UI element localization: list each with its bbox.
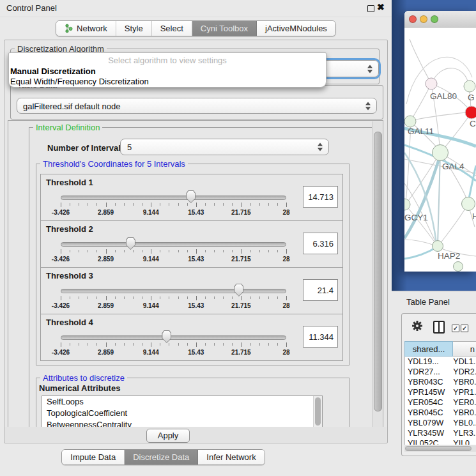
gear-icon[interactable] bbox=[411, 320, 423, 332]
tab-discretize-data[interactable]: Discretize Data bbox=[125, 450, 198, 464]
slider-handle[interactable] bbox=[162, 330, 171, 343]
network-node[interactable] bbox=[462, 197, 475, 211]
network-node-label: GAL11 bbox=[408, 127, 434, 136]
settings-scroll-area: Interval Definition Number of Intervals … bbox=[8, 120, 383, 428]
table-row[interactable]: YIL052CYIL0... bbox=[405, 438, 476, 445]
table-cell[interactable]: YBL079W bbox=[405, 418, 453, 428]
check-glyph: ✓ bbox=[453, 325, 458, 332]
table-cell[interactable]: YBR0... bbox=[453, 408, 476, 418]
table-cell[interactable]: YIL052C bbox=[405, 438, 453, 445]
tick-label: 2.859 bbox=[98, 302, 114, 309]
table-row[interactable]: YER054CYER0... bbox=[405, 397, 476, 408]
numerical-attributes-list[interactable]: SelfLoopsTopologicalCoefficientBetweenne… bbox=[42, 395, 323, 428]
table-cell[interactable]: YBR045C bbox=[405, 408, 453, 418]
slider-track[interactable] bbox=[61, 289, 286, 293]
column-header-name[interactable]: n bbox=[453, 341, 476, 357]
table-header: shared... n bbox=[404, 341, 476, 357]
apply-button[interactable]: Apply bbox=[146, 429, 190, 443]
tick-label: 9.144 bbox=[143, 302, 159, 309]
attribute-list-item[interactable]: SelfLoops bbox=[42, 396, 322, 408]
network-node[interactable] bbox=[433, 145, 449, 161]
network-node[interactable] bbox=[433, 241, 443, 252]
table-cell[interactable]: YLR3... bbox=[453, 428, 476, 438]
tab-impute-data[interactable]: Impute Data bbox=[62, 450, 125, 464]
table-row[interactable]: YLR345WYLR3... bbox=[405, 428, 476, 438]
tick-mark bbox=[286, 296, 287, 300]
threshold-value-field[interactable]: 14.713 bbox=[303, 186, 338, 208]
close-traffic-icon[interactable] bbox=[409, 15, 417, 23]
table-cell[interactable]: YLR345W bbox=[405, 428, 453, 438]
table-cell[interactable]: YDR27... bbox=[405, 367, 453, 377]
slider-handle[interactable] bbox=[126, 237, 135, 250]
table-row[interactable]: YBR043CYBR0... bbox=[405, 377, 476, 387]
slider-ticks bbox=[61, 203, 286, 208]
tab-style[interactable]: Style bbox=[116, 21, 152, 36]
table-cell[interactable]: YDR2... bbox=[453, 367, 476, 377]
network-canvas[interactable]: GAL80GCGAL11GAL4GCY1HHAP2 bbox=[404, 27, 476, 272]
interval-definition-group: Interval Definition Number of Intervals … bbox=[29, 127, 376, 428]
tick-mark bbox=[241, 249, 242, 254]
table-cell[interactable]: YPR1... bbox=[453, 387, 476, 397]
slider-track[interactable] bbox=[61, 335, 286, 340]
tab-infer-network[interactable]: Infer Network bbox=[198, 450, 264, 464]
tick-mark bbox=[115, 203, 116, 206]
network-node[interactable] bbox=[426, 78, 437, 89]
zoom-traffic-icon[interactable] bbox=[431, 15, 438, 23]
float-window-icon[interactable] bbox=[367, 5, 374, 12]
tab-network[interactable]: Network bbox=[56, 21, 116, 36]
tick-mark bbox=[241, 342, 242, 347]
threshold-value-field[interactable]: 11.344 bbox=[303, 326, 338, 348]
tab-jactivemnodules[interactable]: jActiveMNodules bbox=[257, 21, 335, 36]
vertical-scrollbar[interactable] bbox=[372, 121, 382, 427]
network-node[interactable] bbox=[464, 81, 475, 92]
table-cell[interactable]: YBL0... bbox=[453, 418, 476, 428]
tab-label: Cyni Toolbox bbox=[201, 24, 248, 33]
minimize-traffic-icon[interactable] bbox=[420, 15, 427, 23]
table-row[interactable]: YBL079WYBL0... bbox=[405, 418, 476, 428]
slider-tick-labels: -3.4262.8599.14415.4321.71528 bbox=[61, 256, 286, 263]
table-cell[interactable]: YPR145W bbox=[405, 387, 453, 397]
slider-handle[interactable] bbox=[186, 190, 196, 203]
table-row[interactable]: YDL19...YDL1... bbox=[405, 357, 476, 367]
num-intervals-select[interactable]: 5 bbox=[120, 139, 329, 155]
checkbox-icon[interactable]: ✓ bbox=[452, 325, 459, 332]
network-node[interactable] bbox=[454, 262, 463, 272]
network-window-titlebar[interactable] bbox=[404, 11, 476, 27]
tab-select[interactable]: Select bbox=[152, 21, 192, 36]
table-cell[interactable]: YER054C bbox=[405, 397, 453, 408]
slider-track[interactable] bbox=[61, 196, 286, 200]
tab-cyni-toolbox[interactable]: Cyni Toolbox bbox=[192, 21, 257, 36]
table-data-select[interactable]: galFiltered.sif default node bbox=[17, 98, 377, 114]
checkbox-icon[interactable]: ✓ bbox=[461, 325, 468, 332]
split-columns-icon[interactable] bbox=[433, 321, 445, 334]
slider-track[interactable] bbox=[61, 242, 286, 247]
tick-mark bbox=[160, 343, 160, 346]
column-header-shared[interactable]: shared... bbox=[404, 341, 453, 357]
table-cell[interactable]: YER0... bbox=[453, 397, 476, 408]
table-cell[interactable]: YDL19... bbox=[405, 357, 453, 367]
horizontal-scrollbar-thumb[interactable] bbox=[405, 446, 472, 451]
threshold-value-field[interactable]: 6.316 bbox=[303, 233, 338, 254]
network-node[interactable] bbox=[465, 106, 476, 119]
list-scrollbar[interactable] bbox=[313, 396, 322, 428]
table-row[interactable]: YBR045CYBR0... bbox=[405, 408, 476, 418]
table-cell[interactable]: YBR043C bbox=[405, 377, 453, 387]
tick-label: 28 bbox=[282, 349, 289, 356]
table-row[interactable]: YDR27...YDR2... bbox=[405, 367, 476, 377]
table-cell[interactable]: YDL1... bbox=[453, 357, 476, 367]
dropdown-option-equal-width-frequency[interactable]: Equal Width/Frequency Discretization bbox=[10, 77, 149, 86]
threshold-value-field[interactable]: 21.4 bbox=[303, 279, 338, 301]
list-scrollbar-thumb[interactable] bbox=[315, 397, 321, 426]
attribute-list-item[interactable]: TopologicalCoefficient bbox=[42, 408, 322, 419]
close-icon[interactable]: ✖ bbox=[377, 2, 385, 12]
vertical-scrollbar-thumb[interactable] bbox=[374, 132, 382, 411]
table-row[interactable]: YPR145WYPR1... bbox=[405, 387, 476, 397]
horizontal-scrollbar[interactable] bbox=[404, 445, 476, 452]
table-cell[interactable]: YIL0... bbox=[453, 438, 476, 445]
table-cell[interactable]: YBR0... bbox=[453, 377, 476, 387]
network-node[interactable] bbox=[404, 199, 410, 210]
slider-handle[interactable] bbox=[234, 284, 243, 296]
network-node[interactable] bbox=[404, 116, 416, 127]
tick-mark bbox=[88, 296, 88, 299]
dropdown-option-manual-discretization[interactable]: Manual Discretization bbox=[10, 66, 96, 76]
